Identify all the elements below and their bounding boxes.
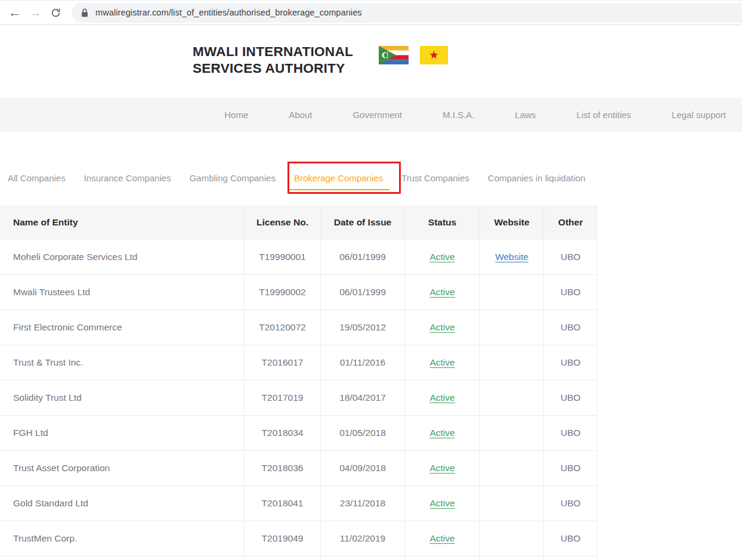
cell-other: UBO — [543, 345, 597, 380]
status-link[interactable]: Active — [429, 498, 455, 509]
forward-button[interactable]: → — [25, 2, 45, 23]
cell-entity-name: Moheli Corporate Services Ltd — [0, 240, 244, 274]
nav-item-home[interactable]: Home — [224, 110, 248, 120]
cell-other: UBO — [543, 275, 597, 310]
website-link[interactable]: Website — [495, 252, 528, 262]
cell-entity-name: Mwali Trustees Ltd — [0, 275, 244, 310]
main-nav: Home About Government M.I.S.A. Laws List… — [0, 98, 742, 132]
refresh-button[interactable] — [45, 2, 66, 23]
status-link[interactable]: Active — [429, 357, 455, 368]
status-link[interactable]: Active — [429, 287, 455, 298]
cell-date: 19/05/2012 — [320, 310, 404, 345]
cell-entity-name: Solidity Trust Ltd — [0, 380, 244, 415]
refresh-icon — [50, 7, 61, 18]
lock-icon[interactable] — [81, 8, 88, 17]
cell-date: 18/04/2017 — [320, 380, 404, 415]
nav-item-list-of-entities[interactable]: List of entities — [576, 110, 631, 120]
cell-other: UBO — [543, 416, 597, 450]
table-body: Moheli Corporate Services Ltd T19990001 … — [0, 240, 597, 556]
site-title-line1: MWALI INTERNATIONAL — [193, 44, 353, 60]
nav-item-government[interactable]: Government — [353, 110, 402, 120]
browser-toolbar: ← → mwaliregistrar.com/list_of_entities/… — [0, 0, 742, 25]
column-header-date: Date of Issue — [320, 205, 404, 240]
tab-all-companies[interactable]: All Companies — [8, 173, 66, 183]
cell-date: 01/05/2018 — [320, 416, 404, 450]
back-button[interactable]: ← — [5, 2, 25, 23]
cell-other: UBO — [543, 521, 597, 556]
tab-gambling-companies[interactable]: Gambling Companies — [190, 173, 276, 183]
column-header-website: Website — [480, 205, 543, 240]
status-link[interactable]: Active — [429, 463, 455, 474]
cell-date: 01/11/2016 — [320, 345, 404, 380]
nav-item-laws[interactable]: Laws — [515, 110, 536, 120]
url-text: mwaliregistrar.com/list_of_entities/auth… — [95, 8, 362, 17]
cell-other: UBO — [543, 310, 597, 345]
cell-license: T19990002 — [244, 275, 320, 310]
tab-trust-companies[interactable]: Trust Companies — [401, 173, 469, 183]
status-link[interactable]: Active — [429, 252, 455, 262]
cell-entity-name: TrustMen Corp. — [0, 521, 244, 556]
status-link[interactable]: Active — [429, 392, 455, 403]
nav-item-misa[interactable]: M.I.S.A. — [443, 110, 474, 120]
tab-brokerage-companies[interactable]: Brokerage Companies — [287, 173, 389, 190]
column-header-license: License No. — [244, 205, 320, 240]
cell-license: T19990001 — [244, 240, 320, 274]
cell-other: UBO — [543, 240, 597, 274]
cell-date: 11/02/2019 — [320, 521, 404, 556]
cell-license: T2018036 — [244, 451, 320, 485]
status-link[interactable]: Active — [429, 322, 455, 333]
table-row-partial — [0, 556, 597, 560]
tab-companies-in-liquidation[interactable]: Companies in liquidation — [488, 173, 585, 183]
cell-other: UBO — [543, 451, 597, 485]
table-row: Gold Standard Ltd T2018041 23/11/2018 Ac… — [0, 486, 597, 521]
back-icon: ← — [8, 5, 21, 20]
cell-other: UBO — [543, 380, 597, 415]
cell-entity-name: Trust Asset Corporation — [0, 451, 244, 485]
nav-item-about[interactable]: About — [289, 110, 312, 120]
cell-license: T2019049 — [244, 521, 320, 556]
column-header-name: Name of Entity — [0, 205, 244, 240]
mwali-flag — [420, 46, 448, 64]
cell-license: T20120072 — [244, 310, 320, 345]
table-row: First Electronic Commerce T20120072 19/0… — [0, 310, 597, 345]
column-header-status: Status — [404, 205, 480, 240]
cell-date: 23/11/2018 — [320, 486, 404, 521]
cell-entity-name: Gold Standard Ltd — [0, 486, 244, 521]
nav-item-legal-support[interactable]: Legal support — [672, 110, 726, 120]
table-row: Trust Asset Corporation T2018036 04/09/2… — [0, 451, 597, 486]
cell-license: T2016017 — [244, 345, 320, 380]
cell-entity-name: First Electronic Commerce — [0, 310, 244, 345]
cell-date: 06/01/1999 — [320, 240, 404, 274]
cell-license: T2018034 — [244, 416, 320, 450]
status-link[interactable]: Active — [429, 428, 455, 438]
table-header-row: Name of Entity License No. Date of Issue… — [0, 205, 597, 240]
site-title-line2: SERVICES AUTHORITY — [193, 60, 353, 77]
site-title: MWALI INTERNATIONAL SERVICES AUTHORITY — [193, 44, 353, 77]
column-header-other: Other — [543, 205, 597, 240]
tab-insurance-companies[interactable]: Insurance Companies — [84, 173, 171, 183]
cell-entity-name: FGH Ltd — [0, 416, 244, 450]
cell-other: UBO — [543, 486, 597, 521]
address-bar[interactable]: mwaliregistrar.com/list_of_entities/auth… — [72, 3, 742, 23]
cell-license: T2018041 — [244, 486, 320, 521]
forward-icon: → — [29, 5, 42, 20]
table-row: Mwali Trustees Ltd T19990002 06/01/1999 … — [0, 275, 597, 310]
entity-tabs: All Companies Insurance Companies Gambli… — [0, 162, 742, 194]
cell-entity-name: Trust & Trust Inc. — [0, 345, 244, 380]
table-row: Solidity Trust Ltd T2017019 18/04/2017 A… — [0, 380, 597, 416]
table-row: Trust & Trust Inc. T2016017 01/11/2016 A… — [0, 345, 597, 380]
comoros-flag — [379, 46, 409, 64]
table-row: TrustMen Corp. T2019049 11/02/2019 Activ… — [0, 521, 597, 556]
cell-date: 06/01/1999 — [320, 275, 404, 310]
table-row: Moheli Corporate Services Ltd T19990001 … — [0, 240, 597, 275]
cell-date: 04/09/2018 — [320, 451, 404, 485]
table-row: FGH Ltd T2018034 01/05/2018 Active UBO — [0, 416, 597, 451]
cell-license: T2017019 — [244, 380, 320, 415]
entity-table: Name of Entity License No. Date of Issue… — [0, 205, 597, 560]
status-link[interactable]: Active — [429, 533, 455, 544]
